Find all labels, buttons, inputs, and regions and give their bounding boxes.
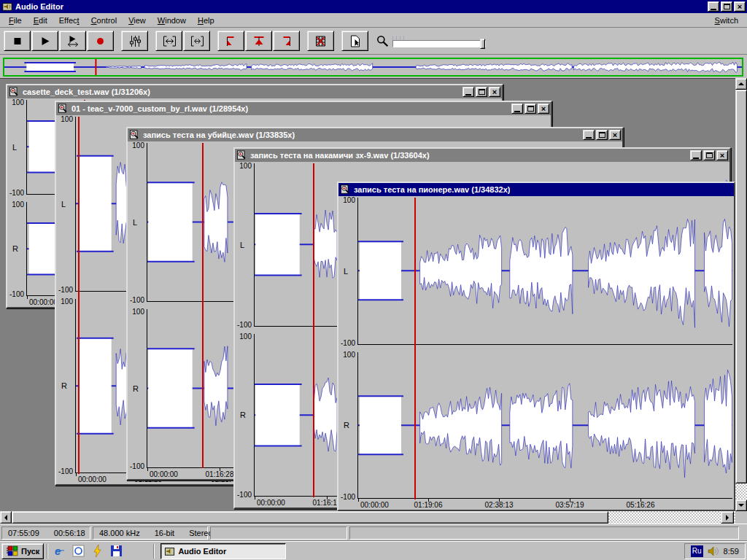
clock[interactable]: 8:59 [724,547,739,556]
axis-max-label: 100 [12,201,24,209]
scroll-right-button[interactable] [721,511,734,524]
status-value: Stereo [189,529,212,537]
wave-window-title: 01 - teac_v-7000_custom_by_rl.wav (1/289… [71,104,248,113]
axis-min-label: -100 [130,296,144,304]
menu-item-switch[interactable]: Switch [709,15,744,26]
magnifier-icon [376,34,389,47]
menu-item-edit[interactable]: Edit [28,15,53,26]
quick-launch-save-icon[interactable] [108,543,124,559]
vertical-scroll-thumb[interactable] [735,90,747,483]
wave-window-titlebar[interactable]: запись теста на убийце.wav (1/33835x) × [128,128,622,141]
status-bar: 07:55:0900:56:1848.000 kHz16-bitStereo [0,524,747,541]
channel-L: 100 L -100 [338,198,732,345]
stop-icon [10,35,25,47]
axis-min-label: -100 [341,339,355,347]
scroll-left-button[interactable] [0,511,12,524]
scroll-up-button[interactable] [735,78,747,90]
zoom-slider[interactable] [392,33,486,49]
time-label: 01:19:06 [414,501,443,509]
window-maximize-button[interactable] [596,130,608,140]
marker-start-button[interactable] [217,31,244,51]
mdi-horizontal-scrollbar[interactable] [0,511,735,524]
start-button[interactable]: Пуск [1,543,44,559]
time-label: 02:38:13 [485,501,514,509]
window-close-button[interactable]: × [716,150,728,160]
axis-min-label: -100 [237,321,252,329]
zoom-slider-track[interactable] [392,40,486,47]
wave-window-title: casette_deck_test.wav (1/31206x) [23,88,150,96]
menu-item-effect[interactable]: Effect [53,15,85,26]
waveform-document-icon [58,104,69,114]
status-value: 07:55:09 [8,529,39,537]
wave-window-titlebar[interactable]: casette_deck_test.wav (1/31206x) × [7,85,502,98]
horizontal-scroll-thumb[interactable] [12,511,608,524]
toolbar-group [121,31,149,51]
scroll-down-button[interactable] [735,499,747,511]
menu-item-control[interactable]: Control [85,15,123,26]
time-tick [147,468,148,471]
wave-window-titlebar[interactable]: запись теста на накамичи зх-9.wav (1/336… [235,149,729,162]
marker-end-button[interactable] [273,31,300,51]
wave-window-titlebar[interactable]: 01 - teac_v-7000_custom_by_rl.wav (1/289… [56,102,551,115]
quick-launch-winamp-icon[interactable] [89,543,105,559]
mdi-vertical-scrollbar[interactable] [735,78,747,511]
grid-toggle-button[interactable] [307,31,334,51]
menu-item-help[interactable]: Help [192,15,220,26]
window-close-button[interactable]: × [489,87,500,97]
playback-cursor[interactable] [313,163,314,497]
window-minimize-button[interactable] [583,130,595,140]
channel-letter: R [133,384,139,393]
zoom-slider-thumb[interactable] [480,39,485,49]
quick-launch-internet-explorer-icon[interactable]: e [51,543,67,559]
windows-logo-icon [6,545,19,556]
window-close-button[interactable]: × [609,130,621,140]
taskbar: Пуск e Audio Editor Ru 8:59 [0,541,747,560]
app-restore-button[interactable] [721,1,732,12]
task-button-audio-editor[interactable]: Audio Editor [160,543,286,559]
playback-cursor[interactable] [202,143,204,468]
toolbar [0,28,747,55]
window-minimize-button[interactable] [690,150,702,160]
language-indicator[interactable]: Ru [691,545,703,557]
app-titlebar[interactable]: Audio Editor × [0,0,747,13]
menu-item-file[interactable]: File [3,15,28,26]
window-maximize-button[interactable] [703,150,715,160]
channel-axis-labels: 100 L -100 [235,163,254,327]
overview-waveform-strip[interactable] [3,58,743,77]
play-button[interactable] [31,31,58,51]
playback-cursor[interactable] [414,198,416,499]
channel-R: 100 R -100 [338,352,732,499]
pointer-mode-icon [348,35,363,47]
marker-current-button[interactable] [245,31,272,51]
wave-window-titlebar[interactable]: запись теста на пионере.wav (1/34832x) × [338,183,734,196]
wave-window-title: запись теста на накамичи зх-9.wav (1/336… [250,151,430,160]
window-close-button[interactable]: × [538,104,549,114]
window-minimize-button[interactable] [462,87,474,97]
time-label: 03:57:19 [556,501,584,509]
volume-icon[interactable] [708,546,719,556]
axis-min-label: -100 [9,290,24,298]
status-panel: 48.000 kHz16-bitStereo [93,526,208,540]
time-axis: 00:00:0001:19:0602:38:1303:57:1905:16:26 [357,499,732,510]
mixer-button[interactable] [121,31,148,51]
menu-item-view[interactable]: View [123,15,152,26]
menu-bar: FileEditEffectControlViewWindowHelp Swit… [0,13,747,28]
app-minimize-button[interactable] [708,1,719,12]
window-minimize-button[interactable] [511,104,523,114]
channel-axis-labels: 100 R -100 [338,352,357,499]
stop-button[interactable] [4,31,31,51]
window-maximize-button[interactable] [525,104,536,114]
channel-letter: R [12,244,18,253]
zoom-to-selection-button[interactable] [155,31,182,51]
window-maximize-button[interactable] [476,87,487,97]
playback-cursor[interactable] [78,117,80,474]
quick-launch-desktop-view-icon[interactable] [70,543,86,559]
pointer-mode-button[interactable] [341,31,368,51]
record-button[interactable] [87,31,114,51]
zoom-full-button[interactable] [183,31,210,51]
menu-item-window[interactable]: Window [152,15,192,26]
axis-max-label: 100 [61,115,73,123]
waveform-display[interactable] [4,59,742,75]
play-through-button[interactable] [59,31,86,51]
app-close-button[interactable]: × [734,1,746,12]
